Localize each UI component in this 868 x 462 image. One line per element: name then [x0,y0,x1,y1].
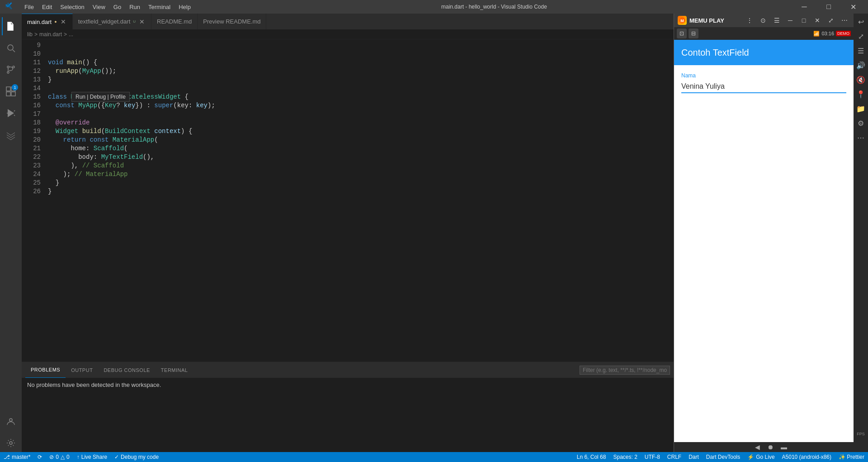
status-golive[interactable]: ⚡ Go Live [744,452,778,462]
menu-bar: File Edit Selection View Go Run Terminal… [21,3,194,11]
status-devtools[interactable]: Dart DevTools [703,452,744,462]
main-area: 1 main.dart ● ✕ textfield_widget.dart U [0,14,868,452]
memu-main: M MEMU PLAY ⋮ ⊙ ☰ ─ □ ✕ ⤢ ⋯ ⊡ ⊟ [674,14,854,442]
search-icon[interactable] [2,39,20,57]
code-area-wrapper: Run | Debug | Profile 9 10 11 12 13 14 1… [22,39,674,452]
status-position[interactable]: Ln 6, Col 68 [573,452,610,462]
close-button[interactable]: ✕ [843,0,863,14]
code-editor[interactable]: 9 10 11 12 13 14 15 16 17 18 19 20 21 22… [22,39,674,362]
menu-help[interactable]: Help [175,3,194,11]
memu-minimize-btn[interactable]: ─ [785,15,796,26]
menu-run[interactable]: Run [126,3,144,11]
status-liveshare[interactable]: ↑ Live Share [73,452,111,462]
memu-cam-btn[interactable]: ⊙ [758,15,769,26]
run-debug-hint[interactable]: Run | Debug | Profile [71,92,130,102]
panel-filter-input[interactable] [580,366,670,375]
device-back-btn[interactable]: ⊡ [677,29,687,38]
code-content[interactable]: void main() { runApp(MyApp()); } class M… [44,39,674,362]
memu-side-volume-down[interactable]: 🔇 [854,73,867,86]
settings-icon[interactable] [2,434,20,452]
memu-more-btn[interactable]: ⋯ [839,15,850,26]
flutter-content[interactable]: Nama [674,65,854,442]
memu-bottom-bar: ◀ ⏺ ▬ [674,442,868,452]
status-errors[interactable]: ⊘ 0 △ 0 [46,452,73,462]
warning-icon: △ [61,454,65,460]
tab-textfield-widget[interactable]: textfield_widget.dart U ✕ [73,14,151,29]
tab-output[interactable]: OUTPUT [66,362,98,378]
tab-debug-console[interactable]: DEBUG CONSOLE [98,362,155,378]
memu-side-location[interactable]: 📍 [854,88,867,100]
memu-side-volume-up[interactable]: 🔊 [854,59,867,71]
tab-problems[interactable]: PROBLEMS [25,362,66,378]
tab-preview-readme[interactable]: Preview README.md [198,14,266,29]
tab-close-main[interactable]: ✕ [60,18,67,25]
panel-content: No problems have been detected in the wo… [22,378,674,452]
status-prettier[interactable]: ✨ Prettier [835,452,868,462]
breadcrumb-lib[interactable]: lib [27,31,33,38]
golive-text: Go Live [756,454,774,460]
memu-nav-recent[interactable]: ▬ [781,443,787,451]
panel-tabs: PROBLEMS OUTPUT DEBUG CONSOLE TERMINAL [22,362,674,378]
breadcrumb-file[interactable]: main.dart [39,31,62,38]
tab-terminal[interactable]: TERMINAL [156,362,193,378]
memu-resize-btn[interactable]: □ [798,15,809,26]
status-encoding[interactable]: UTF-8 [641,452,664,462]
explorer-icon[interactable] [2,17,20,35]
status-device[interactable]: A5010 (android-x86) [778,452,835,462]
language-text: Dart [689,454,699,460]
tab-readme[interactable]: README.md [151,14,198,29]
extensions-icon[interactable]: 1 [2,82,20,100]
menu-file[interactable]: File [21,3,38,11]
svg-point-4 [7,71,9,73]
status-eol[interactable]: CRLF [664,452,685,462]
no-problems-text: No problems have been detected in the wo… [27,381,161,388]
memu-side-fps: FPS [854,428,867,440]
tab-close-textfield[interactable]: ✕ [138,18,146,25]
svg-point-10 [9,419,12,421]
branch-name: master* [12,454,30,460]
device-text: A5010 (android-x86) [782,454,831,460]
memu-expand-btn[interactable]: ⤢ [826,15,836,26]
vscode-logo [5,1,14,13]
status-language[interactable]: Dart [685,452,703,462]
menu-go[interactable]: Go [110,3,125,11]
status-debug-code[interactable]: ✓ Debug my code [111,452,162,462]
memu-side-back[interactable]: ↩ [854,15,867,28]
memu-side-dots[interactable]: ⋯ [854,131,867,144]
menu-selection[interactable]: Selection [57,3,88,11]
remote-icon[interactable] [2,126,20,144]
tab-label: Preview README.md [203,18,260,25]
demo-badge: DEMO [836,31,851,36]
flutter-textfield-input[interactable] [681,81,846,93]
memu-side-expand[interactable]: ⤢ [854,30,867,43]
memu-side-menu[interactable]: ☰ [854,44,867,57]
maximize-button[interactable]: □ [818,0,839,14]
account-icon[interactable] [2,412,20,430]
breadcrumb-sep1: > [34,31,38,38]
memu-nav-back[interactable]: ◀ [755,443,760,451]
minimize-button[interactable]: ─ [794,0,815,14]
breadcrumb-more[interactable]: ... [69,31,73,38]
source-control-icon[interactable] [2,61,20,79]
menu-terminal[interactable]: Terminal [145,3,174,11]
memu-side-settings[interactable]: ⚙ [854,117,867,129]
window-title: main.dart - hello_world - Visual Studio … [202,4,787,10]
memu-nav-home[interactable]: ⏺ [767,443,774,451]
run-debug-icon[interactable] [2,104,20,122]
status-sync[interactable]: ⟳ [34,452,46,462]
memu-side-folder[interactable]: 📁 [854,102,867,115]
status-spaces[interactable]: Spaces: 2 [609,452,641,462]
status-branch[interactable]: ⎇ master* [0,452,34,462]
tab-main-dart[interactable]: main.dart ● ✕ [22,14,73,29]
position-text: Ln 6, Col 68 [577,454,606,460]
memu-menu-btn[interactable]: ⋮ [744,15,755,26]
prettier-text: ✨ Prettier [839,454,864,460]
menu-view[interactable]: View [89,3,109,11]
memu-close-btn[interactable]: ✕ [812,15,823,26]
memu-sidebar: ↩ ⤢ ☰ 🔊 🔇 📍 📁 ⚙ ⋯ FPS [854,14,868,442]
memu-hamburger-btn[interactable]: ☰ [771,15,782,26]
status-bar-left: ⎇ master* ⟳ ⊘ 0 △ 0 ↑ Live Share ✓ Debug… [0,452,162,462]
device-home-btn[interactable]: ⊟ [689,29,698,38]
devtools-text: Dart DevTools [706,454,740,460]
menu-edit[interactable]: Edit [38,3,56,11]
